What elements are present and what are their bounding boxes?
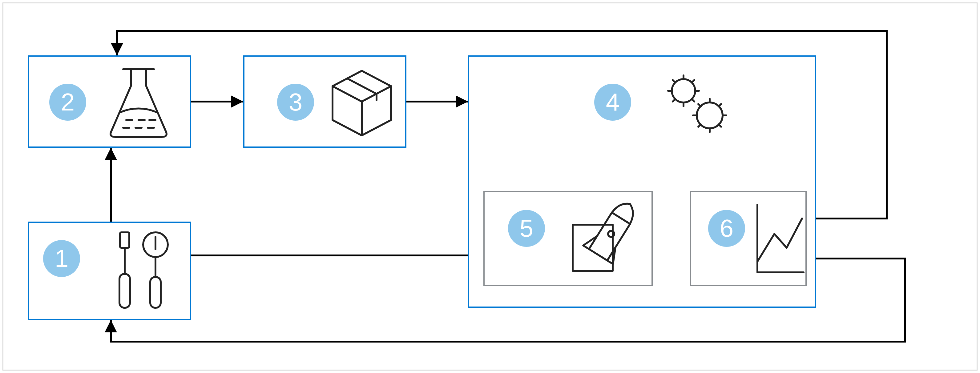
svg-rect-2 [119,274,130,308]
node-3-badge: 3 [277,84,314,121]
svg-line-31 [719,124,721,127]
svg-line-22 [692,99,694,102]
gears-icon [659,69,733,137]
svg-rect-34 [573,225,613,271]
node-1-badge: 1 [43,240,80,277]
package-icon [326,66,397,137]
node-4-badge: 4 [594,84,631,121]
node-4-number: 4 [606,88,620,116]
svg-line-35 [612,213,630,224]
diagram-stage: 1 2 3 4 5 6 [0,0,980,373]
svg-line-21 [673,80,675,83]
svg-line-24 [692,80,694,83]
svg-point-36 [607,230,616,238]
node-2-badge: 2 [49,84,86,121]
chart-icon [753,200,805,277]
svg-line-32 [698,124,701,127]
node-1-number: 1 [55,244,68,273]
svg-line-23 [673,99,675,102]
node-3-number: 3 [289,88,303,116]
svg-line-30 [698,104,701,106]
tools-icon [102,228,181,314]
svg-rect-6 [150,277,161,308]
rocket-icon [560,197,647,280]
flask-icon [102,65,175,141]
node-6-badge: 6 [708,210,745,247]
svg-rect-0 [120,232,129,248]
node-6-number: 6 [720,214,734,243]
node-5-number: 5 [520,214,534,243]
node-2-number: 2 [61,88,75,116]
node-5-badge: 5 [508,210,545,247]
svg-line-33 [719,104,721,106]
